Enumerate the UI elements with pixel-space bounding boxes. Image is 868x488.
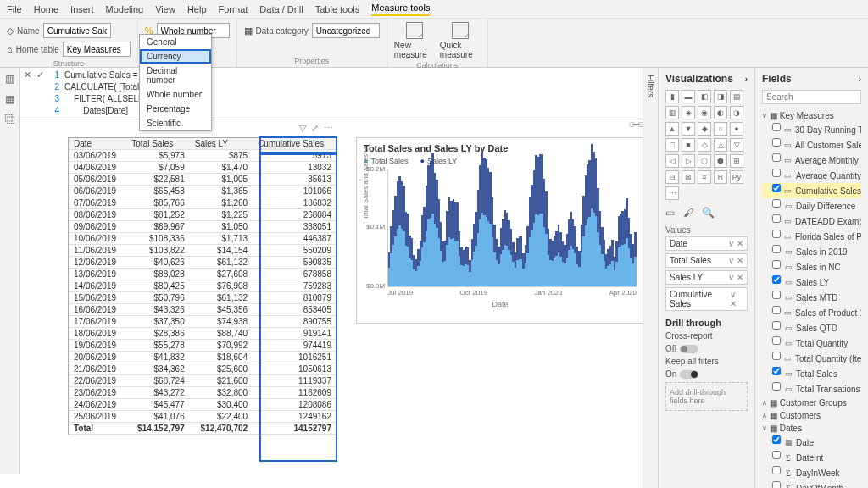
table-row[interactable]: 23/06/2019$43,272$32,8001162609 <box>69 387 337 399</box>
table-row[interactable]: 03/06/2019$5,973$8755973 <box>69 150 337 162</box>
viz-type-icon[interactable]: ⬡ <box>698 154 711 168</box>
field-cumulative-sales[interactable]: ▭Cumulative Sales <box>762 183 861 198</box>
menu-view[interactable]: View <box>155 4 175 14</box>
filters-pane-collapsed[interactable]: Filters <box>643 68 658 488</box>
viz-type-icon[interactable]: ◆ <box>698 122 711 136</box>
viz-type-icon[interactable]: ○ <box>714 122 727 136</box>
table-row[interactable]: 21/06/2019$34,362$25,6001050613 <box>69 363 337 375</box>
table-row[interactable]: 06/06/2019$65,453$1,365101066 <box>69 186 337 197</box>
cancel-formula-icon[interactable]: ✕ <box>24 69 31 80</box>
format-option-currency[interactable]: Currency <box>140 49 211 64</box>
formula-bar[interactable]: ✕✓ 1Cumulative Sales =2CALCULATE( [Total… <box>20 68 658 119</box>
viz-type-icon[interactable]: ▷ <box>682 154 695 168</box>
table-header-customers[interactable]: ∧▦ Customers <box>762 409 861 422</box>
field-well-item[interactable]: Sales LY∨ ✕ <box>665 270 748 285</box>
drill-through-dropzone[interactable]: Add drill-through fields here <box>665 382 748 411</box>
field-checkbox[interactable] <box>772 306 781 314</box>
viz-type-icon[interactable]: △ <box>714 138 727 152</box>
table-header[interactable]: Total Sales <box>126 138 189 150</box>
table-row[interactable]: 15/06/2019$50,796$61,132810079 <box>69 292 337 304</box>
field-checkbox[interactable] <box>772 352 781 360</box>
field-florida-sales-of-product-[interactable]: ▭Florida Sales of Product ... <box>762 229 861 244</box>
format-tab-icon[interactable]: 🖌 <box>683 207 693 219</box>
viz-type-icon[interactable]: R <box>714 170 727 184</box>
viz-type-icon[interactable]: ▤ <box>730 90 743 103</box>
remove-field-icon[interactable]: ∨ ✕ <box>728 256 743 265</box>
menu-table-tools[interactable]: Table tools <box>315 4 360 14</box>
viz-type-icon[interactable]: ◐ <box>714 106 727 119</box>
visualization-gallery[interactable]: ▮▬◧◨▤▥◈◉◐◑▲▼◆○●□■◇△▽◁▷⬡⬢⊞⊟⊠≡RPy⋯ <box>665 90 748 200</box>
viz-type-icon[interactable]: ⊞ <box>730 154 743 168</box>
table-row[interactable]: 10/06/2019$108,336$1,713446387 <box>69 233 337 245</box>
remove-field-icon[interactable]: ∨ ✕ <box>728 239 743 248</box>
viz-type-icon[interactable]: Py <box>730 170 743 184</box>
cross-report-state[interactable]: Off <box>665 344 748 353</box>
menu-help[interactable]: Help <box>187 4 207 14</box>
field-well-item[interactable]: Cumulative Sales∨ ✕ <box>665 287 748 311</box>
field-date[interactable]: ▦Date <box>762 435 861 450</box>
table-header-key-measures[interactable]: ∨▦ Key Measures <box>762 109 861 122</box>
table-row[interactable]: 07/06/2019$85,766$1,260186832 <box>69 197 337 209</box>
field-sales-qtd[interactable]: ▭Sales QTD <box>762 320 861 336</box>
viz-type-icon[interactable]: ◈ <box>682 106 695 119</box>
field-well-item[interactable]: Total Sales∨ ✕ <box>665 253 748 268</box>
field-30-day-running-total[interactable]: ▭30 Day Running Total <box>762 122 861 137</box>
table-row[interactable]: 25/06/2019$41,076$22,4001249162 <box>69 411 337 423</box>
format-option-scientific[interactable]: Scientific <box>140 116 211 130</box>
table-row[interactable]: 08/06/2019$81,252$1,225268084 <box>69 209 337 221</box>
viz-type-icon[interactable]: ⋯ <box>665 186 679 200</box>
table-row[interactable]: 14/06/2019$80,425$76,908759283 <box>69 280 337 292</box>
viz-type-icon[interactable]: ▼ <box>682 122 695 136</box>
field-checkbox[interactable] <box>772 435 781 444</box>
measure-name-input[interactable] <box>43 23 111 38</box>
focus-mode-icon[interactable]: ⤢ <box>311 123 319 134</box>
table-row[interactable]: 11/06/2019$103,822$14,154550209 <box>69 245 337 257</box>
field-checkbox[interactable] <box>772 260 781 269</box>
field-total-quantity-iteration-[interactable]: ▭Total Quantity (Iteration) <box>762 351 861 366</box>
table-row[interactable]: 24/06/2019$45,477$30,4001208086 <box>69 399 337 411</box>
field-dayofmonth[interactable]: ΣDayOfMonth <box>762 480 861 488</box>
field-checkbox[interactable] <box>772 245 781 253</box>
filter-icon[interactable]: ▽ <box>299 123 306 134</box>
field-dayinweek[interactable]: ΣDayInWeek <box>762 465 861 480</box>
table-header[interactable]: Sales LY <box>190 138 253 150</box>
remove-field-icon[interactable]: ∨ ✕ <box>730 290 743 308</box>
table-row[interactable]: 13/06/2019$88,023$27,608678858 <box>69 269 337 280</box>
menu-file[interactable]: File <box>7 4 22 14</box>
menu-modeling[interactable]: Modeling <box>106 4 144 14</box>
field-average-monthly-sales[interactable]: ▭Average Monthly Sales <box>762 152 861 168</box>
viz-type-icon[interactable]: ◇ <box>698 138 711 152</box>
field-checkbox[interactable] <box>772 275 781 284</box>
viz-type-icon[interactable]: ■ <box>682 138 695 152</box>
fields-tab-icon[interactable]: ▭ <box>665 207 675 219</box>
viz-type-icon[interactable]: ◨ <box>714 90 727 103</box>
field-average-quantity[interactable]: ▭Average Quantity <box>762 168 861 183</box>
data-category-input[interactable] <box>312 23 380 38</box>
chart-visual[interactable]: Total Sales and Sales LY by Date Total S… <box>356 137 644 324</box>
viz-type-icon[interactable]: ◧ <box>698 90 711 103</box>
field-checkbox[interactable] <box>772 451 781 459</box>
menu-insert[interactable]: Insert <box>70 4 94 14</box>
analytics-tab-icon[interactable]: 🔍 <box>702 207 715 219</box>
field-total-sales[interactable]: ▭Total Sales <box>762 366 861 381</box>
more-options-icon[interactable]: ⋯ <box>324 123 333 134</box>
field-checkbox[interactable] <box>772 184 781 192</box>
field-daily-difference[interactable]: ▭Daily Difference <box>762 198 861 214</box>
table-header-dates[interactable]: ∨▦ Dates <box>762 422 861 435</box>
report-view-icon[interactable]: ▥ <box>5 73 14 85</box>
quick-measure-button[interactable]: Quick measure <box>440 22 481 59</box>
field-dateadd-example[interactable]: ▭DATEADD Example <box>762 214 861 229</box>
field-sales-ly[interactable]: ▭Sales LY <box>762 274 861 290</box>
field-checkbox[interactable] <box>772 214 781 223</box>
field-sales-in-2019[interactable]: ▭Sales in 2019 <box>762 244 861 259</box>
field-checkbox[interactable] <box>772 169 781 177</box>
table-row[interactable]: 04/06/2019$7,059$1,47013032 <box>69 162 337 174</box>
table-row[interactable]: 09/06/2019$69,967$1,050338051 <box>69 221 337 233</box>
field-checkbox[interactable] <box>772 367 781 375</box>
field-checkbox[interactable] <box>772 321 781 330</box>
viz-type-icon[interactable]: ◑ <box>730 106 743 119</box>
field-checkbox[interactable] <box>772 199 781 208</box>
data-view-icon[interactable]: ▦ <box>5 93 14 105</box>
field-checkbox[interactable] <box>772 291 781 299</box>
field-checkbox[interactable] <box>772 123 781 131</box>
